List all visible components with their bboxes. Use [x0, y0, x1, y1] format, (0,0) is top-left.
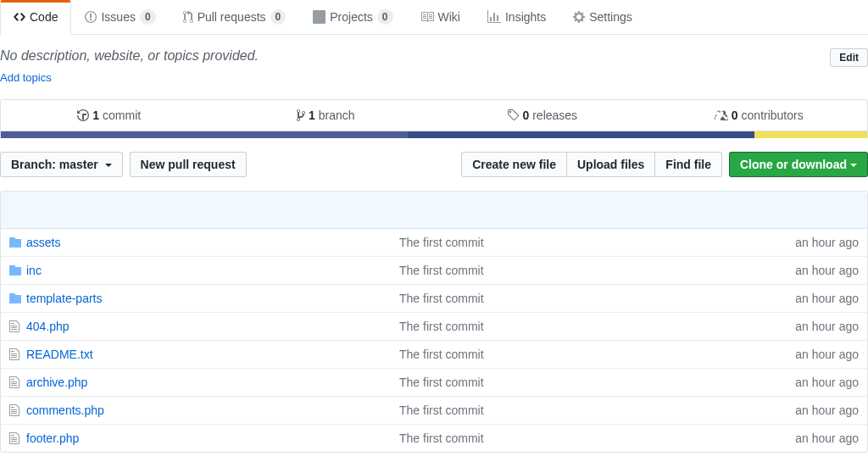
language-segment: [754, 131, 867, 138]
commits-number: 1: [92, 109, 99, 122]
commit-message[interactable]: The first commit: [399, 292, 740, 305]
tab-insights-label: Insights: [505, 10, 546, 24]
file-row: 404.phpThe first commitan hour ago: [1, 313, 867, 341]
find-file-button[interactable]: Find file: [654, 152, 722, 177]
tab-issues[interactable]: Issues 0: [71, 0, 169, 34]
edit-button[interactable]: Edit: [830, 48, 868, 67]
commit-time: an hour ago: [740, 348, 859, 361]
file-name-link[interactable]: 404.php: [26, 320, 70, 333]
file-name-link[interactable]: README.txt: [26, 348, 93, 361]
branch-prefix: Branch:: [11, 158, 59, 171]
contributors-number: 0: [732, 109, 738, 122]
repo-description: No description, website, or topics provi…: [0, 48, 259, 64]
commit-message[interactable]: The first commit: [399, 376, 740, 389]
files-table: assetsThe first commitan hour agoincThe …: [0, 191, 868, 453]
branch-select-button[interactable]: Branch: master: [0, 152, 123, 177]
contributors-stat[interactable]: 0 contributors: [651, 100, 868, 131]
tab-code-label: Code: [30, 10, 58, 24]
commits-label: commit: [103, 109, 141, 122]
file-row: template-partsThe first commitan hour ag…: [1, 285, 867, 313]
commit-time: an hour ago: [740, 292, 859, 305]
directory-icon: [9, 264, 26, 277]
gear-icon: [573, 10, 585, 24]
create-file-button[interactable]: Create new file: [461, 152, 567, 177]
issue-icon: [85, 10, 97, 24]
commit-message[interactable]: The first commit: [399, 236, 740, 249]
tab-pulls-label: Pull requests: [198, 10, 266, 24]
file-icon: [9, 431, 26, 445]
file-icon: [9, 320, 26, 333]
new-pull-request-button[interactable]: New pull request: [130, 152, 247, 177]
tab-projects[interactable]: Projects 0: [299, 0, 406, 34]
commit-time: an hour ago: [740, 320, 859, 333]
directory-icon: [9, 236, 26, 249]
tab-insights[interactable]: Insights: [474, 0, 559, 34]
commit-time: an hour ago: [740, 431, 859, 445]
clone-download-button[interactable]: Clone or download: [729, 152, 868, 177]
tab-code[interactable]: Code: [0, 0, 71, 35]
history-icon: [77, 109, 89, 122]
tab-settings[interactable]: Settings: [559, 0, 646, 34]
branch-name: master: [59, 158, 98, 171]
releases-label: releases: [532, 109, 577, 122]
commit-message[interactable]: The first commit: [399, 348, 740, 361]
language-segment: [1, 131, 408, 138]
tab-settings-label: Settings: [589, 10, 632, 24]
upload-files-button[interactable]: Upload files: [566, 152, 655, 177]
commit-time: an hour ago: [740, 403, 859, 417]
tag-icon: [507, 109, 519, 122]
tab-wiki-label: Wiki: [438, 10, 460, 24]
files-header: [1, 192, 867, 229]
file-name-link[interactable]: comments.php: [26, 403, 104, 417]
commit-message[interactable]: The first commit: [399, 431, 740, 445]
commit-time: an hour ago: [740, 376, 859, 389]
directory-icon: [9, 292, 26, 305]
pulls-count: 0: [270, 9, 287, 25]
file-icon: [9, 403, 26, 417]
issues-count: 0: [140, 9, 156, 25]
file-row: incThe first commitan hour ago: [1, 257, 867, 285]
commit-message[interactable]: The first commit: [399, 320, 740, 333]
commits-stat[interactable]: 1 commit: [1, 100, 218, 131]
repo-stats: 1 commit 1 branch 0 releases 0 contribut…: [0, 99, 868, 131]
file-row: comments.phpThe first commitan hour ago: [1, 397, 867, 425]
projects-count: 0: [377, 9, 393, 25]
file-icon: [9, 376, 26, 389]
book-icon: [420, 10, 434, 24]
branches-label: branch: [319, 109, 355, 122]
project-icon: [313, 10, 326, 24]
language-bar[interactable]: [0, 131, 868, 138]
contributors-label: contributors: [742, 109, 804, 122]
tab-issues-label: Issues: [101, 10, 135, 24]
commit-time: an hour ago: [740, 236, 859, 249]
file-name-link[interactable]: inc: [26, 264, 42, 277]
code-icon: [14, 10, 25, 24]
add-topics-link[interactable]: Add topics: [0, 71, 52, 84]
branches-number: 1: [309, 109, 315, 122]
commit-message[interactable]: The first commit: [399, 403, 740, 417]
repo-nav: Code Issues 0 Pull requests 0 Projects 0…: [0, 0, 868, 35]
releases-number: 0: [522, 109, 529, 122]
language-segment: [408, 131, 754, 138]
pull-request-icon: [183, 10, 193, 24]
file-icon: [9, 348, 26, 361]
people-icon: [715, 109, 728, 122]
file-name-link[interactable]: footer.php: [26, 431, 79, 445]
commit-time: an hour ago: [740, 264, 859, 277]
graph-icon: [487, 10, 501, 24]
tab-wiki[interactable]: Wiki: [407, 0, 474, 34]
branches-stat[interactable]: 1 branch: [218, 100, 435, 131]
tab-projects-label: Projects: [330, 10, 373, 24]
file-row: archive.phpThe first commitan hour ago: [1, 369, 867, 397]
commit-message[interactable]: The first commit: [399, 264, 740, 277]
branch-icon: [297, 109, 305, 122]
file-row: assetsThe first commitan hour ago: [1, 229, 867, 257]
file-name-link[interactable]: archive.php: [26, 376, 87, 389]
file-row: README.txtThe first commitan hour ago: [1, 341, 867, 369]
file-name-link[interactable]: template-parts: [26, 292, 102, 305]
file-name-link[interactable]: assets: [26, 236, 60, 249]
file-row: footer.phpThe first commitan hour ago: [1, 425, 867, 452]
releases-stat[interactable]: 0 releases: [434, 100, 651, 131]
tab-pulls[interactable]: Pull requests 0: [170, 0, 300, 34]
